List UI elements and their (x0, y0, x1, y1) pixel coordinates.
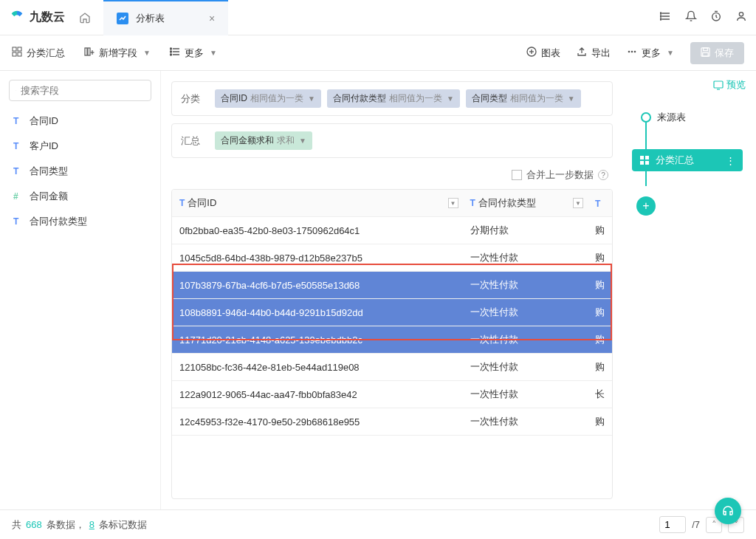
field-name: 合同类型 (30, 165, 68, 178)
table-row[interactable]: 0fb2bba0-ea35-42b0-8e03-1750962d64c1分期付款… (172, 217, 612, 244)
crosshair-icon (641, 112, 651, 123)
flow-source-node[interactable]: 来源表 (632, 111, 686, 124)
header-actions (660, 10, 747, 25)
logo-icon (9, 10, 25, 26)
tab-label: 分析表 (136, 12, 165, 25)
svg-rect-13 (88, 48, 90, 55)
timer-icon[interactable] (710, 10, 722, 25)
agg-config-row: 汇总 合同金额求和求和▼ (171, 123, 613, 158)
group-icon (12, 47, 22, 59)
list-icon[interactable] (660, 10, 672, 25)
table-row[interactable]: 107b3879-67ba-4cf6-b7d5-e50585e13d68一次性付… (172, 272, 612, 299)
export-button[interactable]: 导出 (577, 47, 611, 60)
marked-count[interactable]: 8 (89, 519, 94, 530)
field-type-icon: T (13, 166, 24, 176)
chevron-down-icon: ▼ (667, 49, 674, 57)
chart-button[interactable]: 图表 (526, 47, 560, 60)
flow-step-card[interactable]: 分类汇总 ⋮ (632, 149, 743, 171)
chevron-down-icon: ▼ (447, 95, 454, 103)
chevron-down-icon[interactable]: ▼ (448, 198, 458, 208)
svg-point-19 (170, 48, 171, 49)
column-header[interactable]: T合同付款类型▼ (463, 190, 588, 217)
source-label: 来源表 (657, 111, 686, 124)
brand-name: 九数云 (30, 10, 65, 25)
search-icon (16, 86, 16, 95)
save-button[interactable]: 保存 (690, 42, 744, 64)
user-icon[interactable] (735, 10, 747, 25)
field-name: 合同ID (30, 114, 58, 128)
kebab-icon[interactable]: ⋮ (726, 155, 735, 166)
field-name: 合同付款类型 (30, 215, 87, 228)
config-chip[interactable]: 合同付款类型相同值为一类▼ (327, 89, 460, 108)
save-icon (701, 47, 710, 59)
group-label: 分类 (181, 89, 215, 106)
bell-icon[interactable] (685, 10, 697, 25)
chevron-down-icon[interactable]: ▼ (573, 198, 583, 208)
close-icon[interactable]: × (209, 13, 215, 24)
svg-point-21 (170, 54, 171, 55)
config-chip[interactable]: 合同金额求和求和▼ (215, 131, 312, 150)
merge-row: 合并上一步数据 ? (171, 165, 613, 189)
add-field-button[interactable]: 新增字段 ▼ (84, 47, 151, 60)
config-chip[interactable]: 合同类型相同值为一类▼ (466, 89, 581, 108)
svg-rect-10 (13, 52, 16, 56)
group-summary-button[interactable]: 分类汇总 (12, 47, 65, 60)
help-icon[interactable]: ? (598, 170, 608, 180)
svg-rect-11 (18, 52, 21, 56)
field-item[interactable]: T客户ID (9, 134, 151, 159)
field-type-icon: T (13, 141, 24, 151)
row-count: 668 (26, 519, 42, 530)
table-row[interactable]: 12c45953-f32e-4170-9e50-29b68618e955一次性付… (172, 408, 612, 436)
help-fab[interactable] (715, 498, 741, 524)
page-input[interactable] (659, 516, 686, 533)
chevron-down-icon: ▼ (568, 95, 575, 103)
svg-point-25 (628, 51, 630, 53)
add-step-button[interactable]: + (636, 196, 656, 216)
headset-icon (721, 504, 735, 518)
type-icon: T (179, 198, 185, 208)
search-input-wrap[interactable] (9, 80, 151, 101)
svg-rect-35 (640, 156, 644, 159)
svg-point-5 (660, 18, 662, 20)
table-row[interactable]: 108b8891-946d-44b0-b44d-9291b15d92dd一次性付… (172, 299, 612, 326)
center-panel: 分类 合同ID相同值为一类▼合同付款类型相同值为一类▼合同类型相同值为一类▼ 汇… (161, 71, 623, 509)
chevron-down-icon: ▼ (308, 95, 315, 103)
agg-label: 汇总 (181, 131, 215, 148)
app-header: 九数云 分析表 × (0, 0, 756, 35)
home-icon[interactable] (78, 11, 92, 24)
ellipsis-icon (627, 47, 637, 59)
type-icon: T (470, 198, 475, 208)
field-name: 客户ID (30, 140, 58, 153)
svg-rect-8 (13, 47, 16, 51)
group-config-row: 分类 合同ID相同值为一类▼合同付款类型相同值为一类▼合同类型相同值为一类▼ (171, 81, 613, 116)
svg-rect-37 (640, 161, 644, 165)
config-chip[interactable]: 合同ID相同值为一类▼ (215, 89, 321, 108)
table-row[interactable]: 122a9012-9065-44ac-aa47-fbb0bfa83e42一次性付… (172, 381, 612, 408)
svg-rect-38 (645, 161, 649, 165)
merge-checkbox[interactable] (512, 170, 522, 180)
field-item[interactable]: T合同付款类型 (9, 209, 151, 234)
table-row[interactable]: 11771d20-21eb-4148-a625-139ebebdbb2c一次性付… (172, 326, 612, 354)
more-button[interactable]: 更多 ▼ (170, 47, 217, 60)
more2-button[interactable]: 更多 ▼ (627, 47, 674, 60)
field-type-icon: T (13, 216, 24, 227)
field-item[interactable]: T合同类型 (9, 159, 151, 184)
table-row[interactable]: 1045c5d8-64bd-438b-9879-d12b58e237b5一次性付… (172, 244, 612, 272)
preview-link[interactable]: 预览 (713, 78, 746, 92)
add-column-icon (84, 47, 94, 59)
svg-point-3 (660, 13, 662, 14)
column-header[interactable]: T (588, 190, 612, 217)
flow-sidebar: 预览 来源表 分类汇总 ⋮ + (623, 71, 756, 509)
type-icon: T (595, 199, 600, 209)
field-item[interactable]: T合同ID (9, 109, 151, 134)
tab-analysis[interactable]: 分析表 × (103, 0, 228, 35)
field-item[interactable]: #合同金额 (9, 184, 151, 209)
data-table: T合同ID▼T合同付款类型▼T 0fb2bba0-ea35-42b0-8e03-… (171, 189, 613, 499)
page-total: /7 (692, 519, 700, 530)
fields-sidebar: T合同IDT客户IDT合同类型#合同金额T合同付款类型 (0, 71, 161, 509)
column-header[interactable]: T合同ID▼ (172, 190, 463, 217)
search-input[interactable] (21, 85, 145, 96)
toolbar: 分类汇总 新增字段 ▼ 更多 ▼ 图表 导出 (0, 35, 756, 71)
preview-icon (713, 80, 724, 90)
table-row[interactable]: 121058bc-fc36-442e-81eb-5e44ad119e08一次性付… (172, 354, 612, 381)
